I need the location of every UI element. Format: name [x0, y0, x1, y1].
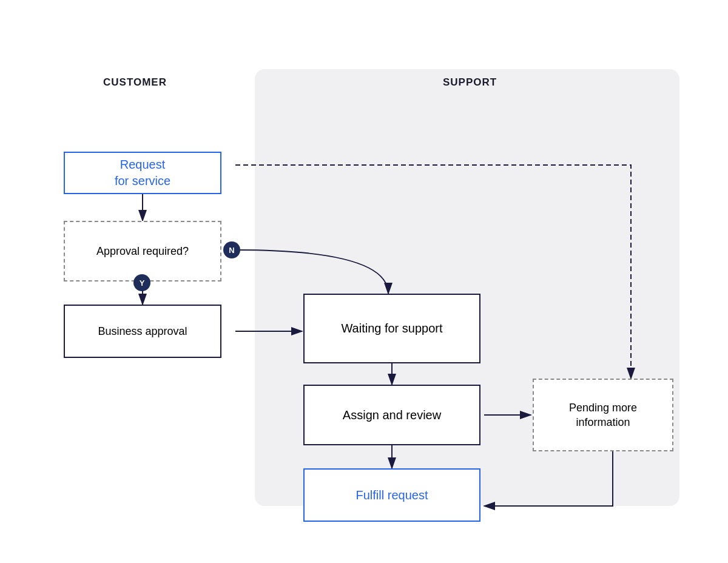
pending-info-node: Pending more information: [533, 379, 673, 451]
fulfill-request-node: Fulfill request: [303, 468, 480, 522]
waiting-support-node: Waiting for support: [303, 294, 480, 363]
assign-review-node: Assign and review: [303, 385, 480, 445]
diagram-container: CUSTOMER SUPPORT: [30, 33, 698, 530]
approval-required-node: Approval required?: [64, 221, 221, 282]
badge-y: Y: [133, 274, 150, 291]
badge-n: N: [223, 241, 240, 258]
customer-label: CUSTOMER: [103, 76, 167, 89]
business-approval-node: Business approval: [64, 305, 221, 358]
support-label: SUPPORT: [443, 76, 497, 89]
request-service-node: Request for service: [64, 152, 221, 194]
